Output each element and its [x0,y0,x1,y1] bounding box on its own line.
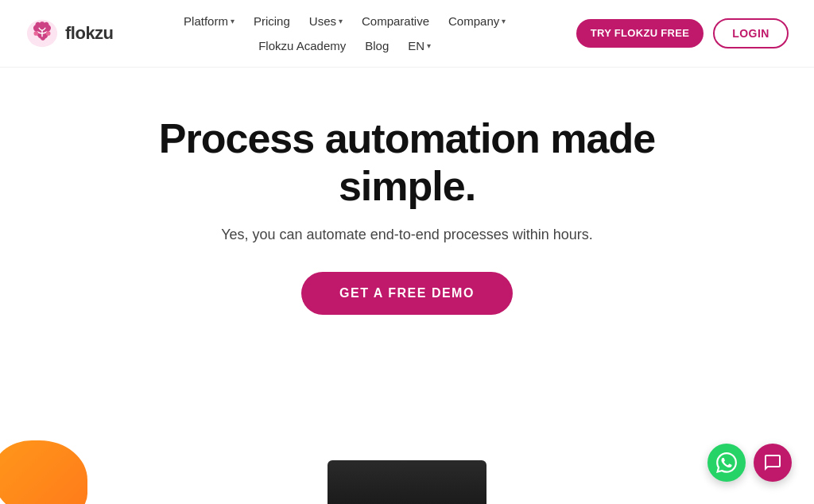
nav-row-2: Flokzu Academy Blog EN ▾ [250,34,439,57]
hero-title: Process automation made simple. [137,115,677,211]
chevron-down-icon: ▾ [427,41,431,50]
device-preview [328,460,486,504]
site-header: flokzu Platform ▾ Pricing Uses ▾ Compara… [0,0,814,68]
fab-container [707,444,792,482]
hero-section: Process automation made simple. Yes, you… [0,68,814,347]
chat-icon [763,453,782,472]
nav-row-1: Platform ▾ Pricing Uses ▾ Comparative Co… [176,10,514,33]
nav-item-pricing[interactable]: Pricing [246,10,298,33]
svg-point-2 [46,31,51,36]
chat-fab-button[interactable] [754,444,792,482]
brain-icon [25,17,59,50]
get-demo-button[interactable]: GET A FREE DEMO [301,272,513,315]
nav-item-comparative[interactable]: Comparative [354,10,437,33]
whatsapp-fab-button[interactable] [707,444,746,482]
logo-text: flokzu [65,23,114,44]
try-flokzu-button[interactable]: TRY FLOKZU FREE [576,19,704,48]
logo-link[interactable]: flokzu [25,17,114,50]
hero-content: Process automation made simple. Yes, you… [0,68,814,347]
chevron-down-icon: ▾ [339,17,343,25]
main-nav: Platform ▾ Pricing Uses ▾ Comparative Co… [176,10,514,57]
nav-item-company[interactable]: Company ▾ [440,10,514,33]
svg-point-1 [34,31,39,36]
hero-decoration [0,425,814,504]
chevron-down-icon: ▾ [502,17,506,25]
nav-item-academy[interactable]: Flokzu Academy [250,34,354,57]
chevron-down-icon: ▾ [231,17,235,25]
whatsapp-icon [716,452,737,473]
header-actions: TRY FLOKZU FREE LOGIN [576,18,789,48]
nav-item-uses[interactable]: Uses ▾ [301,10,351,33]
hero-subtitle: Yes, you can automate end-to-end process… [221,227,593,243]
nav-item-blog[interactable]: Blog [357,34,397,57]
orange-blob [0,440,87,504]
login-button[interactable]: LOGIN [713,18,789,48]
nav-item-lang[interactable]: EN ▾ [400,34,439,57]
nav-item-platform[interactable]: Platform ▾ [176,10,242,33]
